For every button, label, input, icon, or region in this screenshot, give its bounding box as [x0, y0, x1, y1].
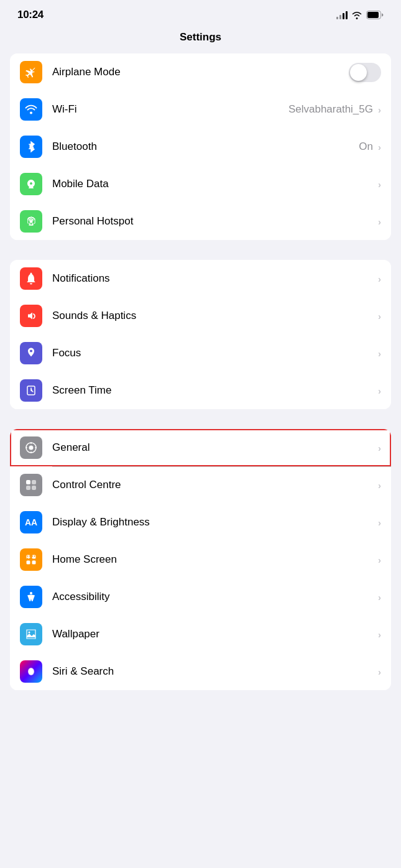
- control-centre-chevron: ›: [378, 480, 381, 491]
- screen-time-icon: [20, 379, 42, 402]
- status-time: 10:24: [17, 9, 44, 21]
- network-group: ✈ Airplane Mode Wi-Fi Selvabharathi_5G ›: [10, 53, 391, 240]
- svg-rect-24: [32, 486, 36, 490]
- notifications-group: Notifications › Sounds & Haptics › Focus…: [10, 260, 391, 409]
- siri-search-row[interactable]: Siri & Search ›: [10, 653, 391, 690]
- svg-point-17: [30, 442, 32, 443]
- sounds-haptics-row[interactable]: Sounds & Haptics ›: [10, 297, 391, 335]
- notifications-chevron: ›: [378, 274, 381, 284]
- bluetooth-chevron: ›: [378, 142, 381, 152]
- status-bar: 10:24: [0, 0, 401, 26]
- svg-rect-21: [26, 480, 30, 484]
- general-label: General: [52, 441, 377, 454]
- accessibility-icon: [20, 586, 42, 608]
- svg-point-20: [35, 447, 36, 448]
- svg-rect-23: [26, 486, 30, 490]
- focus-label: Focus: [52, 347, 377, 359]
- status-icons: [336, 11, 384, 19]
- sounds-haptics-chevron: ›: [378, 311, 381, 321]
- home-screen-row[interactable]: Home Screen ›: [10, 541, 391, 578]
- svg-point-33: [34, 556, 35, 557]
- svg-point-32: [32, 556, 33, 557]
- siri-search-chevron: ›: [378, 667, 381, 677]
- focus-row[interactable]: Focus ›: [10, 335, 391, 372]
- focus-chevron: ›: [378, 348, 381, 359]
- wifi-row[interactable]: Wi-Fi Selvabharathi_5G ›: [10, 91, 391, 128]
- bluetooth-value: On: [359, 141, 373, 153]
- display-brightness-chevron: ›: [378, 517, 381, 528]
- bluetooth-label: Bluetooth: [52, 141, 359, 153]
- svg-point-37: [29, 632, 30, 634]
- focus-icon: [20, 342, 42, 364]
- svg-point-30: [27, 556, 29, 557]
- mobile-data-icon: [20, 173, 42, 195]
- svg-point-36: [30, 592, 32, 594]
- hotspot-icon: ⬡ ⬡: [20, 210, 42, 233]
- general-group: General › Control Centre › AA Display & …: [10, 429, 391, 690]
- svg-rect-29: [32, 561, 36, 565]
- svg-point-12: [30, 273, 32, 275]
- airplane-mode-row[interactable]: ✈ Airplane Mode: [10, 53, 391, 91]
- svg-text:ʙ: ʙ: [29, 141, 34, 151]
- mobile-data-chevron: ›: [378, 179, 381, 190]
- notifications-label: Notifications: [52, 272, 377, 285]
- general-row[interactable]: General ›: [10, 429, 391, 466]
- home-screen-label: Home Screen: [52, 553, 377, 566]
- bluetooth-icon: ʙ: [20, 136, 42, 158]
- screen-time-label: Screen Time: [52, 384, 377, 397]
- mobile-data-label: Mobile Data: [52, 178, 377, 190]
- display-brightness-row[interactable]: AA Display & Brightness ›: [10, 504, 391, 541]
- home-screen-chevron: ›: [378, 555, 381, 565]
- wifi-value: Selvabharathi_5G: [288, 103, 373, 116]
- display-icon: AA: [20, 511, 42, 533]
- accessibility-row[interactable]: Accessibility ›: [10, 578, 391, 616]
- accessibility-label: Accessibility: [52, 591, 377, 603]
- siri-search-label: Siri & Search: [52, 665, 377, 678]
- personal-hotspot-row[interactable]: ⬡ ⬡ Personal Hotspot ›: [10, 203, 391, 240]
- svg-rect-27: [32, 555, 36, 559]
- signal-icon: [336, 11, 348, 19]
- notifications-row[interactable]: Notifications ›: [10, 260, 391, 297]
- control-centre-icon: [20, 474, 42, 496]
- siri-icon: [20, 660, 42, 683]
- svg-point-16: [29, 446, 34, 450]
- sounds-haptics-label: Sounds & Haptics: [52, 310, 377, 322]
- svg-text:✈: ✈: [27, 67, 35, 77]
- general-icon: [20, 436, 42, 459]
- personal-hotspot-label: Personal Hotspot: [52, 215, 377, 228]
- sounds-icon: [20, 305, 42, 327]
- bluetooth-row[interactable]: ʙ Bluetooth On ›: [10, 128, 391, 165]
- svg-point-34: [27, 558, 29, 559]
- wallpaper-label: Wallpaper: [52, 628, 377, 640]
- svg-rect-22: [32, 480, 36, 484]
- general-chevron: ›: [378, 443, 381, 453]
- svg-point-13: [30, 350, 32, 353]
- svg-point-39: [29, 669, 33, 675]
- svg-rect-28: [27, 561, 30, 565]
- svg-text:AA: AA: [25, 517, 37, 527]
- personal-hotspot-chevron: ›: [378, 216, 381, 227]
- svg-rect-1: [367, 12, 379, 18]
- battery-icon: [366, 11, 384, 19]
- mobile-data-row[interactable]: Mobile Data ›: [10, 165, 391, 203]
- wifi-status-icon: [351, 11, 362, 19]
- wallpaper-row[interactable]: Wallpaper ›: [10, 616, 391, 653]
- notifications-icon: [20, 267, 42, 290]
- screen-time-row[interactable]: Screen Time ›: [10, 372, 391, 409]
- airplane-mode-toggle[interactable]: [349, 63, 381, 82]
- control-centre-row[interactable]: Control Centre ›: [10, 466, 391, 504]
- airplane-mode-label: Airplane Mode: [52, 66, 349, 78]
- page-title: Settings: [0, 26, 401, 53]
- svg-point-3: [30, 112, 32, 114]
- svg-point-8: [30, 220, 33, 223]
- control-centre-label: Control Centre: [52, 479, 377, 491]
- svg-point-19: [25, 447, 27, 448]
- wifi-icon: [20, 98, 42, 121]
- airplane-mode-icon: ✈: [20, 61, 42, 83]
- accessibility-chevron: ›: [378, 592, 381, 603]
- svg-point-31: [29, 556, 30, 557]
- svg-point-18: [30, 451, 32, 453]
- wallpaper-icon: [20, 623, 42, 645]
- display-brightness-label: Display & Brightness: [52, 516, 377, 529]
- wifi-chevron: ›: [378, 104, 381, 115]
